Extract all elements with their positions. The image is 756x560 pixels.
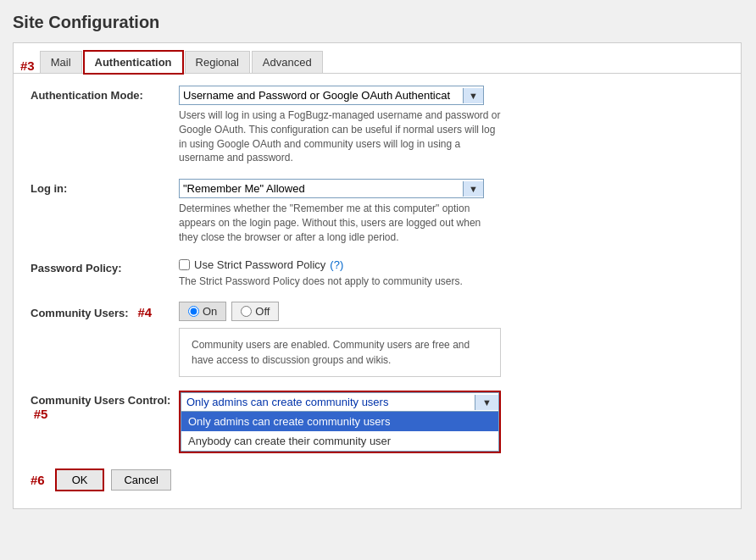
community-users-off-label: Off <box>255 305 270 318</box>
login-label: Log in: <box>31 179 179 195</box>
community-users-label: Community Users: #4 <box>31 302 179 319</box>
community-users-on-label: On <box>203 305 217 318</box>
main-container: #3 Mail Authentication Regional Advanced… <box>13 42 742 509</box>
auth-mode-select-wrapper[interactable]: Username and Password or Google OAuth Au… <box>179 86 484 105</box>
community-control-selected[interactable]: Only admins can create community users ▼ <box>181 392 499 412</box>
community-users-hint: Community users are enabled. Community u… <box>179 328 501 377</box>
ok-button[interactable]: OK <box>55 469 105 491</box>
login-select-wrapper[interactable]: "Remember Me" Allowed ▼ <box>179 179 484 198</box>
community-users-radio-group: On Off <box>179 302 724 321</box>
auth-mode-row: Authentication Mode: Username and Passwo… <box>31 86 724 165</box>
tab-advanced[interactable]: Advanced <box>252 51 323 74</box>
auth-mode-select[interactable]: Username and Password or Google OAuth Au… <box>180 86 463 104</box>
community-control-option-1[interactable]: Only admins can create community users <box>181 412 498 431</box>
step4-label: #4 <box>137 305 152 319</box>
community-control-options: Only admins can create community users A… <box>181 412 499 452</box>
auth-mode-hint: Users will log in using a FogBugz-manage… <box>179 108 501 165</box>
cancel-button[interactable]: Cancel <box>111 469 170 491</box>
community-control-selected-text: Only admins can create community users <box>181 393 475 411</box>
password-policy-row: Password Policy: Use Strict Password Pol… <box>31 258 724 289</box>
password-policy-checkbox-label: Use Strict Password Policy <box>194 258 325 271</box>
tab-regional[interactable]: Regional <box>185 51 250 74</box>
auth-mode-label: Authentication Mode: <box>31 86 179 102</box>
login-control: "Remember Me" Allowed ▼ Determines wheth… <box>179 179 724 244</box>
community-control-label: Community Users Control: #5 <box>31 391 179 421</box>
community-users-off-btn[interactable]: Off <box>231 302 279 321</box>
tab-authentication[interactable]: Authentication <box>84 51 183 74</box>
step3-label: #3 <box>20 58 35 73</box>
auth-mode-control: Username and Password or Google OAuth Au… <box>179 86 724 165</box>
community-control-dropdown-container[interactable]: Only admins can create community users ▼… <box>179 391 501 453</box>
login-select[interactable]: "Remember Me" Allowed <box>180 180 463 197</box>
login-arrow[interactable]: ▼ <box>463 181 483 197</box>
password-policy-link[interactable]: (?) <box>330 258 343 271</box>
password-policy-label: Password Policy: <box>31 258 179 274</box>
community-users-on-radio[interactable] <box>188 306 199 317</box>
community-control-dropdown: Only admins can create community users ▼… <box>179 391 724 453</box>
password-policy-hint: The Strict Password Policy does not appl… <box>179 274 501 289</box>
community-control-row: Community Users Control: #5 Only admins … <box>31 391 724 453</box>
password-policy-checkbox[interactable] <box>179 259 190 270</box>
password-policy-checkbox-row: Use Strict Password Policy (?) <box>179 258 724 271</box>
step6-label: #6 <box>31 473 45 487</box>
tab-mail[interactable]: Mail <box>40 51 82 74</box>
page-title: Site Configuration <box>13 13 743 32</box>
buttons-row: #6 OK Cancel <box>31 469 724 491</box>
password-policy-control: Use Strict Password Policy (?) The Stric… <box>179 258 724 289</box>
community-users-on-btn[interactable]: On <box>179 302 226 321</box>
tabs-bar: #3 Mail Authentication Regional Advanced <box>14 43 741 74</box>
step5-label: #5 <box>34 407 48 421</box>
community-control-option-2[interactable]: Anybody can create their community user <box>181 431 498 451</box>
login-hint: Determines whether the "Remember me at t… <box>179 202 501 244</box>
community-users-off-radio[interactable] <box>241 306 252 317</box>
community-users-row: Community Users: #4 On Off Community use… <box>31 302 724 377</box>
login-row: Log in: "Remember Me" Allowed ▼ Determin… <box>31 179 724 244</box>
tab-content: Authentication Mode: Username and Passwo… <box>14 74 741 508</box>
auth-mode-arrow[interactable]: ▼ <box>463 88 483 103</box>
community-users-control: On Off Community users are enabled. Comm… <box>179 302 724 377</box>
community-control-arrow[interactable]: ▼ <box>475 395 498 410</box>
